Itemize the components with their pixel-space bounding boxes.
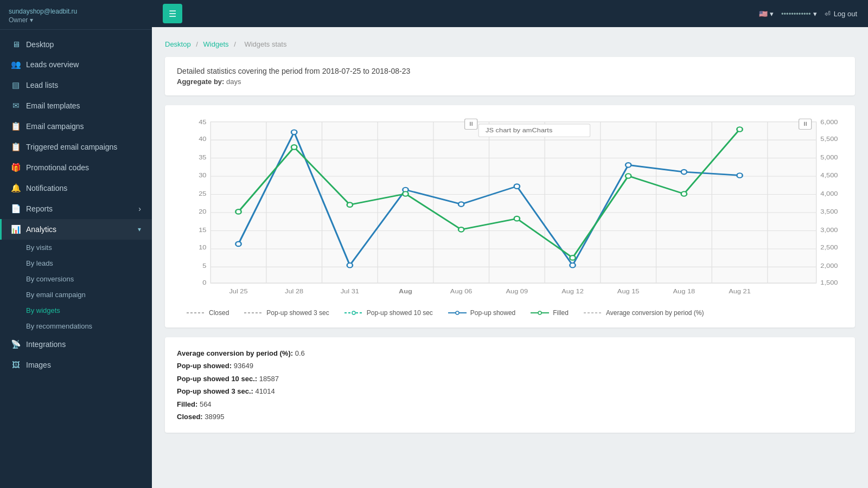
svg-text:25: 25	[199, 190, 207, 197]
sub-nav-item-by-email-campaign[interactable]: By email campaign	[0, 287, 152, 303]
svg-text:5,000: 5,000	[820, 154, 838, 160]
reports-icon: 📄	[11, 204, 21, 214]
svg-point-64	[403, 191, 408, 196]
sidebar-item-label: Email campaigns	[26, 122, 84, 131]
chart-area: .grid-line { stroke: #e0e0e0; stroke-wid…	[176, 116, 844, 300]
svg-text:10: 10	[199, 245, 207, 251]
hamburger-button[interactable]: ☰	[163, 4, 182, 23]
flag-icon: 🇺🇸	[759, 10, 768, 18]
user-selector[interactable]: •••••••••••• ▾	[781, 10, 817, 18]
sidebar-nav: 🖥 Desktop 👥 Leads overview ▤ Lead lists …	[0, 30, 152, 379]
breadcrumb: Desktop / Widgets / Widgets stats	[165, 40, 855, 48]
legend-filled: Filled	[531, 309, 569, 317]
sidebar-item-email-templates[interactable]: ✉ Email templates	[0, 95, 152, 116]
svg-point-82	[456, 311, 459, 314]
sidebar-item-promotional-codes[interactable]: 🎁 Promotional codes	[0, 157, 152, 178]
sidebar-item-label: Leads overview	[26, 60, 79, 69]
hamburger-icon: ☰	[169, 9, 176, 19]
svg-point-69	[681, 191, 687, 196]
svg-point-59	[681, 170, 687, 175]
sidebar-item-label: Promotional codes	[26, 163, 89, 172]
breadcrumb-widgets-stats: Widgets stats	[244, 40, 286, 48]
legend-popup-10sec: Pop-up showed 10 sec	[344, 309, 433, 317]
flag-chevron-icon: ▾	[770, 10, 774, 18]
svg-text:Aug 12: Aug 12	[561, 288, 584, 294]
svg-point-62	[291, 145, 297, 150]
sidebar-item-notifications[interactable]: 🔔 Notifications	[0, 178, 152, 198]
email-templates-icon: ✉	[11, 101, 21, 111]
sidebar-item-leads-overview[interactable]: 👥 Leads overview	[0, 54, 152, 75]
svg-text:3,000: 3,000	[820, 227, 838, 233]
legend-popup-showed: Pop-up showed	[448, 309, 515, 317]
sub-nav-item-by-visits[interactable]: By visits	[0, 240, 152, 255]
sub-nav-item-by-recommendations[interactable]: By recommendations	[0, 318, 152, 334]
flag-selector[interactable]: 🇺🇸 ▾	[759, 10, 774, 18]
leads-overview-icon: 👥	[11, 60, 21, 69]
legend-avg-conversion: Average conversion by period (%)	[584, 309, 704, 317]
analytics-submenu: By visits By leads By conversions By ema…	[0, 240, 152, 334]
popup-10sec-stat: Pop-up showed 10 sec.: 18587	[177, 373, 843, 385]
svg-text:2,500: 2,500	[820, 245, 838, 251]
breadcrumb-desktop[interactable]: Desktop	[165, 40, 191, 48]
sidebar-item-desktop[interactable]: 🖥 Desktop	[0, 34, 152, 54]
user-role[interactable]: Owner ▾	[9, 16, 143, 24]
svg-text:6,000: 6,000	[820, 119, 838, 125]
svg-point-51	[235, 242, 241, 247]
svg-text:40: 40	[199, 136, 207, 142]
svg-point-60	[737, 173, 742, 178]
svg-text:3,500: 3,500	[820, 208, 838, 215]
svg-point-65	[458, 227, 464, 232]
svg-point-56	[514, 184, 520, 189]
svg-point-70	[737, 127, 742, 132]
svg-text:Aug 09: Aug 09	[506, 288, 528, 294]
svg-text:Jul 31: Jul 31	[341, 288, 359, 294]
svg-text:5: 5	[202, 263, 207, 269]
topbar: ☰ 🇺🇸 ▾ •••••••••••• ▾ ⏎ Log out	[152, 0, 868, 27]
sub-nav-item-by-leads[interactable]: By leads	[0, 255, 152, 271]
sidebar-item-label: Integrations	[26, 340, 66, 349]
svg-text:45: 45	[199, 119, 207, 125]
sidebar-item-label: Analytics	[26, 225, 56, 234]
logout-label: Log out	[834, 10, 857, 18]
legend-closed: Closed	[187, 309, 229, 317]
stats-summary: Average conversion by period (%): 0.6 Po…	[165, 337, 855, 433]
sidebar-item-email-campaigns[interactable]: 📋 Email campaigns	[0, 116, 152, 137]
legend-popup-10sec-icon	[344, 310, 363, 316]
desktop-icon: 🖥	[11, 40, 21, 49]
legend-popup-3sec: Pop-up showed 3 sec	[244, 309, 329, 317]
user-chevron-icon: ▾	[813, 10, 817, 18]
chart-container: .grid-line { stroke: #e0e0e0; stroke-wid…	[165, 105, 855, 328]
sub-nav-item-by-widgets[interactable]: By widgets	[0, 303, 152, 318]
sidebar-item-analytics[interactable]: 📊 Analytics ▾	[0, 219, 152, 240]
reports-chevron-icon: ›	[138, 204, 141, 213]
chart-svg: .grid-line { stroke: #e0e0e0; stroke-wid…	[176, 116, 844, 300]
svg-text:30: 30	[199, 172, 207, 178]
svg-text:15: 15	[199, 227, 207, 233]
svg-point-67	[570, 255, 575, 260]
breadcrumb-sep-2: /	[234, 40, 238, 48]
legend-avg-conversion-icon	[584, 310, 602, 316]
popup-3sec-stat: Pop-up showed 3 sec.: 41014	[177, 385, 843, 397]
sidebar-item-reports[interactable]: 📄 Reports ›	[0, 198, 152, 219]
legend-area: Closed Pop-up showed 3 sec Pop-up showed…	[176, 309, 844, 317]
notifications-icon: 🔔	[11, 183, 21, 193]
topbar-right: 🇺🇸 ▾ •••••••••••• ▾ ⏎ Log out	[759, 10, 857, 18]
sidebar-item-images[interactable]: 🖼 Images	[0, 355, 152, 375]
sub-nav-item-by-conversions[interactable]: By conversions	[0, 271, 152, 287]
sidebar-item-integrations[interactable]: 📡 Integrations	[0, 334, 152, 355]
filled-stat: Filled: 564	[177, 398, 843, 410]
lead-lists-icon: ▤	[11, 80, 21, 90]
sidebar-item-triggered-email-campaigns[interactable]: 📋 Triggered email campaigns	[0, 137, 152, 157]
svg-point-58	[626, 163, 631, 168]
role-chevron-icon: ▾	[30, 16, 33, 24]
sidebar-item-lead-lists[interactable]: ▤ Lead lists	[0, 75, 152, 95]
analytics-chevron-icon: ▾	[138, 226, 141, 233]
stats-header: Detailed statistics covering the period …	[165, 57, 855, 95]
logout-button[interactable]: ⏎ Log out	[825, 10, 857, 18]
svg-text:0: 0	[202, 279, 207, 286]
breadcrumb-widgets[interactable]: Widgets	[203, 40, 229, 48]
content: Desktop / Widgets / Widgets stats Detail…	[152, 27, 868, 488]
svg-text:⏸: ⏸	[468, 120, 475, 127]
aggregate-text: Aggregate by: days	[177, 78, 843, 86]
popup-showed-stat: Pop-up showed: 93649	[177, 359, 843, 372]
